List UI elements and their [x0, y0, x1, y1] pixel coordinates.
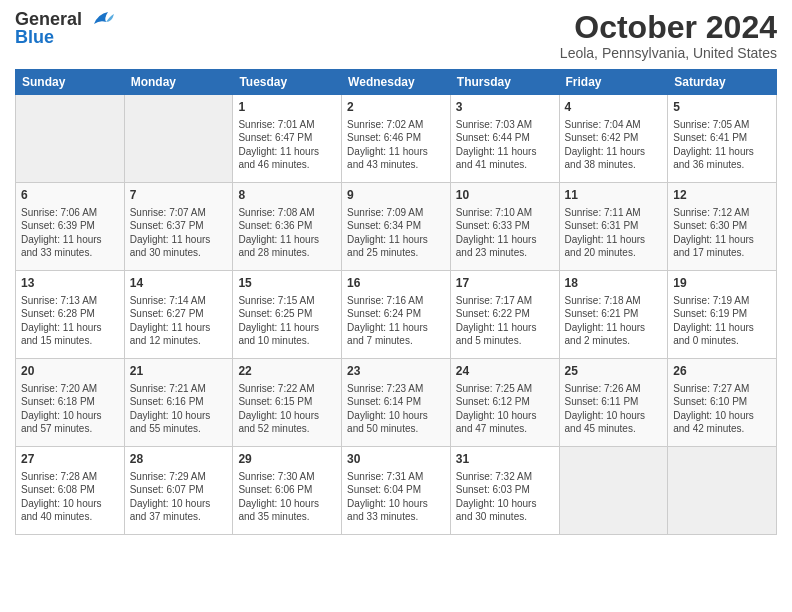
- day-number: 6: [21, 187, 119, 204]
- day-number: 17: [456, 275, 554, 292]
- day-number: 18: [565, 275, 663, 292]
- month-title: October 2024: [560, 10, 777, 45]
- calendar-cell: 19Sunrise: 7:19 AMSunset: 6:19 PMDayligh…: [668, 271, 777, 359]
- day-info: Sunrise: 7:04 AMSunset: 6:42 PMDaylight:…: [565, 118, 663, 172]
- day-number: 7: [130, 187, 228, 204]
- calendar-cell: 16Sunrise: 7:16 AMSunset: 6:24 PMDayligh…: [342, 271, 451, 359]
- day-info: Sunrise: 7:12 AMSunset: 6:30 PMDaylight:…: [673, 206, 771, 260]
- logo-blue-text: Blue: [15, 28, 82, 46]
- day-number: 12: [673, 187, 771, 204]
- day-info: Sunrise: 7:02 AMSunset: 6:46 PMDaylight:…: [347, 118, 445, 172]
- day-info: Sunrise: 7:09 AMSunset: 6:34 PMDaylight:…: [347, 206, 445, 260]
- day-number: 31: [456, 451, 554, 468]
- day-info: Sunrise: 7:01 AMSunset: 6:47 PMDaylight:…: [238, 118, 336, 172]
- day-number: 20: [21, 363, 119, 380]
- calendar-week-row: 1Sunrise: 7:01 AMSunset: 6:47 PMDaylight…: [16, 95, 777, 183]
- day-number: 8: [238, 187, 336, 204]
- calendar-header-row: SundayMondayTuesdayWednesdayThursdayFrid…: [16, 70, 777, 95]
- day-info: Sunrise: 7:16 AMSunset: 6:24 PMDaylight:…: [347, 294, 445, 348]
- calendar-cell: 4Sunrise: 7:04 AMSunset: 6:42 PMDaylight…: [559, 95, 668, 183]
- day-number: 24: [456, 363, 554, 380]
- calendar-day-header: Saturday: [668, 70, 777, 95]
- day-info: Sunrise: 7:11 AMSunset: 6:31 PMDaylight:…: [565, 206, 663, 260]
- calendar-week-row: 13Sunrise: 7:13 AMSunset: 6:28 PMDayligh…: [16, 271, 777, 359]
- day-info: Sunrise: 7:27 AMSunset: 6:10 PMDaylight:…: [673, 382, 771, 436]
- calendar-cell: 26Sunrise: 7:27 AMSunset: 6:10 PMDayligh…: [668, 359, 777, 447]
- day-number: 10: [456, 187, 554, 204]
- day-number: 21: [130, 363, 228, 380]
- day-info: Sunrise: 7:06 AMSunset: 6:39 PMDaylight:…: [21, 206, 119, 260]
- calendar-cell: [559, 447, 668, 535]
- calendar-day-header: Thursday: [450, 70, 559, 95]
- day-info: Sunrise: 7:30 AMSunset: 6:06 PMDaylight:…: [238, 470, 336, 524]
- day-info: Sunrise: 7:22 AMSunset: 6:15 PMDaylight:…: [238, 382, 336, 436]
- calendar-cell: 10Sunrise: 7:10 AMSunset: 6:33 PMDayligh…: [450, 183, 559, 271]
- day-number: 28: [130, 451, 228, 468]
- day-number: 30: [347, 451, 445, 468]
- calendar-cell: 14Sunrise: 7:14 AMSunset: 6:27 PMDayligh…: [124, 271, 233, 359]
- day-info: Sunrise: 7:32 AMSunset: 6:03 PMDaylight:…: [456, 470, 554, 524]
- day-info: Sunrise: 7:29 AMSunset: 6:07 PMDaylight:…: [130, 470, 228, 524]
- day-number: 22: [238, 363, 336, 380]
- calendar-cell: 3Sunrise: 7:03 AMSunset: 6:44 PMDaylight…: [450, 95, 559, 183]
- day-number: 16: [347, 275, 445, 292]
- calendar-day-header: Friday: [559, 70, 668, 95]
- calendar-cell: 30Sunrise: 7:31 AMSunset: 6:04 PMDayligh…: [342, 447, 451, 535]
- logo: General Blue: [15, 10, 116, 46]
- day-info: Sunrise: 7:03 AMSunset: 6:44 PMDaylight:…: [456, 118, 554, 172]
- day-info: Sunrise: 7:17 AMSunset: 6:22 PMDaylight:…: [456, 294, 554, 348]
- day-info: Sunrise: 7:10 AMSunset: 6:33 PMDaylight:…: [456, 206, 554, 260]
- calendar-cell: 20Sunrise: 7:20 AMSunset: 6:18 PMDayligh…: [16, 359, 125, 447]
- day-info: Sunrise: 7:20 AMSunset: 6:18 PMDaylight:…: [21, 382, 119, 436]
- day-info: Sunrise: 7:23 AMSunset: 6:14 PMDaylight:…: [347, 382, 445, 436]
- day-info: Sunrise: 7:07 AMSunset: 6:37 PMDaylight:…: [130, 206, 228, 260]
- calendar-cell: 6Sunrise: 7:06 AMSunset: 6:39 PMDaylight…: [16, 183, 125, 271]
- calendar-cell: 23Sunrise: 7:23 AMSunset: 6:14 PMDayligh…: [342, 359, 451, 447]
- calendar-cell: 17Sunrise: 7:17 AMSunset: 6:22 PMDayligh…: [450, 271, 559, 359]
- calendar-cell: [124, 95, 233, 183]
- calendar-cell: 9Sunrise: 7:09 AMSunset: 6:34 PMDaylight…: [342, 183, 451, 271]
- day-number: 23: [347, 363, 445, 380]
- calendar-cell: 1Sunrise: 7:01 AMSunset: 6:47 PMDaylight…: [233, 95, 342, 183]
- day-number: 26: [673, 363, 771, 380]
- day-info: Sunrise: 7:21 AMSunset: 6:16 PMDaylight:…: [130, 382, 228, 436]
- calendar-cell: 25Sunrise: 7:26 AMSunset: 6:11 PMDayligh…: [559, 359, 668, 447]
- day-info: Sunrise: 7:25 AMSunset: 6:12 PMDaylight:…: [456, 382, 554, 436]
- day-info: Sunrise: 7:15 AMSunset: 6:25 PMDaylight:…: [238, 294, 336, 348]
- calendar-cell: 2Sunrise: 7:02 AMSunset: 6:46 PMDaylight…: [342, 95, 451, 183]
- day-info: Sunrise: 7:14 AMSunset: 6:27 PMDaylight:…: [130, 294, 228, 348]
- calendar-cell: 28Sunrise: 7:29 AMSunset: 6:07 PMDayligh…: [124, 447, 233, 535]
- location-text: Leola, Pennsylvania, United States: [560, 45, 777, 61]
- calendar-cell: [16, 95, 125, 183]
- day-number: 1: [238, 99, 336, 116]
- calendar-week-row: 27Sunrise: 7:28 AMSunset: 6:08 PMDayligh…: [16, 447, 777, 535]
- day-info: Sunrise: 7:19 AMSunset: 6:19 PMDaylight:…: [673, 294, 771, 348]
- calendar-cell: 18Sunrise: 7:18 AMSunset: 6:21 PMDayligh…: [559, 271, 668, 359]
- day-number: 5: [673, 99, 771, 116]
- day-info: Sunrise: 7:18 AMSunset: 6:21 PMDaylight:…: [565, 294, 663, 348]
- calendar-cell: 27Sunrise: 7:28 AMSunset: 6:08 PMDayligh…: [16, 447, 125, 535]
- calendar-cell: 7Sunrise: 7:07 AMSunset: 6:37 PMDaylight…: [124, 183, 233, 271]
- day-number: 2: [347, 99, 445, 116]
- calendar-cell: 13Sunrise: 7:13 AMSunset: 6:28 PMDayligh…: [16, 271, 125, 359]
- calendar-cell: 15Sunrise: 7:15 AMSunset: 6:25 PMDayligh…: [233, 271, 342, 359]
- logo-bird-icon: [86, 6, 116, 36]
- logo-general-text: General: [15, 10, 82, 28]
- calendar-day-header: Monday: [124, 70, 233, 95]
- day-number: 19: [673, 275, 771, 292]
- calendar-cell: 5Sunrise: 7:05 AMSunset: 6:41 PMDaylight…: [668, 95, 777, 183]
- day-number: 9: [347, 187, 445, 204]
- title-area: October 2024 Leola, Pennsylvania, United…: [560, 10, 777, 61]
- calendar-week-row: 6Sunrise: 7:06 AMSunset: 6:39 PMDaylight…: [16, 183, 777, 271]
- calendar-cell: 29Sunrise: 7:30 AMSunset: 6:06 PMDayligh…: [233, 447, 342, 535]
- day-number: 25: [565, 363, 663, 380]
- day-number: 11: [565, 187, 663, 204]
- day-info: Sunrise: 7:05 AMSunset: 6:41 PMDaylight:…: [673, 118, 771, 172]
- day-number: 15: [238, 275, 336, 292]
- page-header: General Blue October 2024 Leola, Pennsyl…: [15, 10, 777, 61]
- calendar-cell: 24Sunrise: 7:25 AMSunset: 6:12 PMDayligh…: [450, 359, 559, 447]
- calendar-cell: [668, 447, 777, 535]
- calendar-cell: 22Sunrise: 7:22 AMSunset: 6:15 PMDayligh…: [233, 359, 342, 447]
- day-number: 29: [238, 451, 336, 468]
- day-number: 14: [130, 275, 228, 292]
